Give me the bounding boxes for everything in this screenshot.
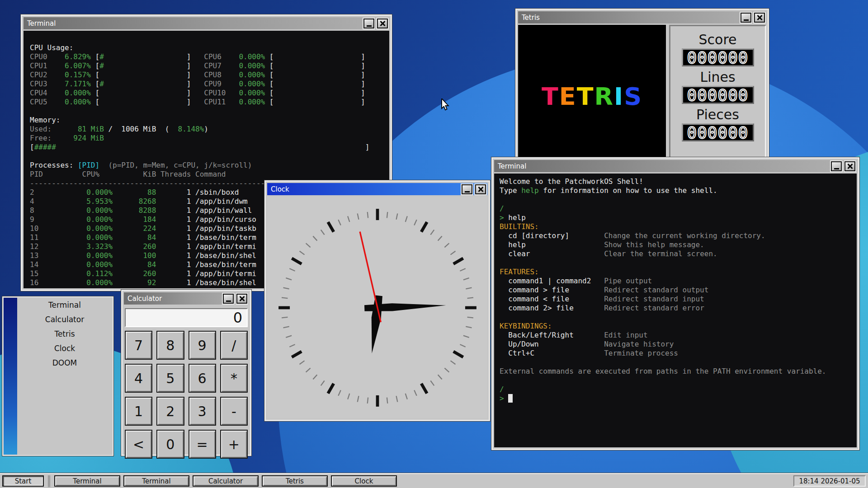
minimize-icon [367,25,372,27]
hour-hand [367,295,384,354]
taskbar-button-terminal-1[interactable]: Terminal [54,475,120,487]
close-button[interactable] [377,19,388,28]
taskbar-clock: 18:14 2026-01-05 [793,475,866,487]
taskbar-button-terminal-2[interactable]: Terminal [123,475,189,487]
window-tetris: Tetris TETRIS Score 000000 Lines 000000 … [515,8,769,171]
key-equals[interactable]: = [189,430,216,459]
mouse-cursor-icon [441,99,452,113]
window-terminal-shell: Terminal Welcome to the PatchworkOS Shel… [491,157,860,450]
close-button[interactable] [236,294,247,304]
tetris-logo: TETRIS [542,82,642,111]
tetris-logo-letter: S [624,82,642,111]
score-label: Score [698,32,736,48]
close-icon [239,296,245,302]
key-minus[interactable]: - [220,397,248,426]
pieces-label: Pieces [696,107,739,123]
calculator-display: 0 [125,308,248,327]
lines-value: 000000 [682,86,754,104]
taskbar: Start Terminal Terminal Calculator Tetri… [0,473,868,488]
minimize-icon [744,19,749,21]
pieces-value: 000000 [682,123,754,141]
calculator-keypad: 7 8 9 / 4 5 6 * 1 2 3 - < 0 = + [124,331,249,459]
calculator-titlebar[interactable]: Calculator [124,292,249,305]
tetris-playfield[interactable]: TETRIS [518,25,666,168]
minimize-button[interactable] [223,294,234,304]
taskbar-button-clock[interactable]: Clock [331,475,397,487]
terminal2-title: Terminal [498,162,828,170]
key-8[interactable]: 8 [156,331,184,360]
close-icon [379,20,386,27]
close-button[interactable] [754,13,765,23]
minimize-button[interactable] [363,19,374,28]
minimize-icon [226,300,231,302]
menu-item-calculator[interactable]: Calculator [17,312,112,327]
taskbar-separator [48,475,50,487]
window-clock: Clock [264,180,491,422]
calculator-title: Calculator [127,295,220,303]
minimize-button[interactable] [741,13,751,23]
start-menu: Terminal Calculator Tetris Clock DOOM [2,296,114,456]
close-icon [756,14,763,21]
key-multiply[interactable]: * [220,364,248,393]
key-1[interactable]: 1 [125,397,152,426]
tetris-logo-letter: E [559,82,577,111]
menu-item-tetris[interactable]: Tetris [17,327,112,341]
minimize-button[interactable] [462,184,472,194]
key-3[interactable]: 3 [189,397,216,426]
minimize-icon [465,191,470,192]
menu-item-doom[interactable]: DOOM [17,356,112,370]
tetris-logo-letter: T [542,82,559,111]
taskbar-button-tetris[interactable]: Tetris [262,475,328,487]
window-calculator: Calculator 0 7 8 9 / 4 5 6 * 1 2 3 - < 0… [121,289,252,456]
taskbar-button-calculator[interactable]: Calculator [193,475,259,487]
key-6[interactable]: 6 [189,364,216,393]
menu-item-clock[interactable]: Clock [17,341,112,356]
lines-label: Lines [700,69,735,85]
close-icon [477,186,484,192]
key-divide[interactable]: / [220,331,248,360]
menu-item-terminal[interactable]: Terminal [17,298,112,312]
key-2[interactable]: 2 [156,397,184,426]
key-9[interactable]: 9 [189,331,216,360]
analog-clock-face [267,197,487,418]
start-button[interactable]: Start [2,475,44,487]
analog-clock [269,199,486,416]
minimize-icon [834,168,839,169]
key-plus[interactable]: + [220,430,248,459]
clock-titlebar[interactable]: Clock [267,183,487,195]
tetris-logo-letter: I [614,82,624,111]
key-7[interactable]: 7 [125,331,152,360]
tetris-stats-panel: Score 000000 Lines 000000 Pieces 000000 [669,25,766,168]
tetris-title: Tetris [522,14,738,22]
terminal2-output[interactable]: Welcome to the PatchworkOS Shell!Type he… [494,174,857,447]
tetris-logo-letter: R [594,82,614,111]
key-0[interactable]: 0 [156,430,184,459]
score-value: 000000 [682,48,754,66]
close-icon [847,163,853,169]
clock-title: Clock [271,185,459,193]
tetris-logo-letter: T [577,82,594,111]
key-4[interactable]: 4 [125,364,152,393]
close-button[interactable] [844,161,855,171]
key-backspace[interactable]: < [125,430,152,459]
terminal1-title: Terminal [27,19,361,28]
close-button[interactable] [475,184,486,194]
terminal2-titlebar[interactable]: Terminal [494,160,857,172]
key-5[interactable]: 5 [156,364,184,393]
terminal1-titlebar[interactable]: Terminal [24,17,389,29]
minimize-button[interactable] [831,161,842,171]
tetris-titlebar[interactable]: Tetris [518,11,766,23]
start-menu-stripe [4,298,17,455]
